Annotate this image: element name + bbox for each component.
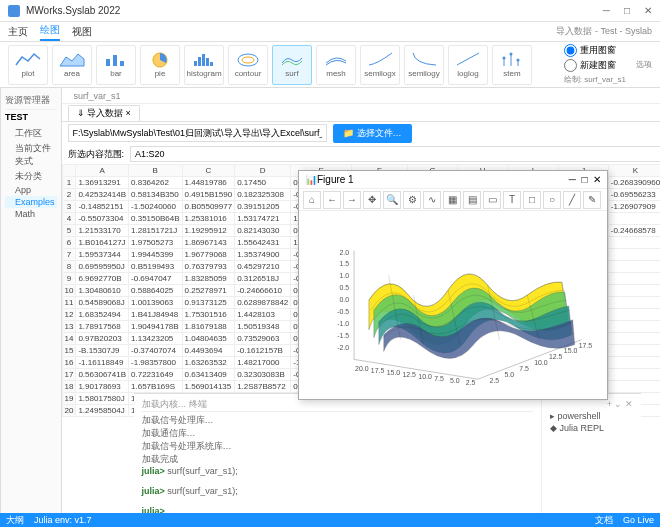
- status-outline[interactable]: 大纲: [6, 514, 24, 527]
- tool-mesh[interactable]: mesh: [316, 45, 356, 85]
- svg-line-12: [457, 53, 479, 65]
- sidebar-item-uncategorized[interactable]: 未分类: [5, 169, 57, 184]
- svg-text:-1.5: -1.5: [337, 332, 349, 339]
- svg-text:0.5: 0.5: [339, 284, 349, 291]
- sidebar-item-mode[interactable]: 当前文件夹式: [5, 141, 57, 169]
- svg-text:12.5: 12.5: [549, 353, 563, 360]
- svg-rect-7: [202, 54, 205, 66]
- fig-close-icon[interactable]: ✕: [593, 174, 601, 185]
- tool-contour[interactable]: contour: [228, 45, 268, 85]
- svg-text:17.5: 17.5: [579, 342, 593, 349]
- legend-icon[interactable]: ▭: [483, 191, 501, 209]
- svg-point-14: [503, 57, 506, 60]
- menu-home[interactable]: 主页: [8, 25, 28, 39]
- browse-button[interactable]: 📁 选择文件…: [333, 124, 412, 143]
- back-icon[interactable]: ←: [323, 191, 341, 209]
- file-path-input[interactable]: [68, 124, 327, 142]
- range-label: 所选内容范围:: [68, 148, 125, 161]
- tab-import-data[interactable]: ⇓ 导入数据 ×: [68, 105, 140, 121]
- svg-text:0.0: 0.0: [339, 296, 349, 303]
- status-docs[interactable]: 文档: [595, 514, 613, 527]
- palette-icon[interactable]: ▤: [463, 191, 481, 209]
- svg-text:2.5: 2.5: [490, 377, 500, 384]
- sidebar-item-app[interactable]: App: [5, 184, 57, 196]
- svg-rect-8: [206, 58, 209, 66]
- radio-reuse-figure[interactable]: 重用图窗: [564, 44, 626, 57]
- home-icon[interactable]: ⌂: [303, 191, 321, 209]
- tool-plot[interactable]: plot: [8, 45, 48, 85]
- app-icon: [8, 5, 20, 17]
- menu-view[interactable]: 视图: [72, 25, 92, 39]
- svg-rect-2: [113, 55, 117, 66]
- sidebar-item-examples[interactable]: Examples: [5, 196, 57, 208]
- svg-text:-0.5: -0.5: [337, 308, 349, 315]
- svg-rect-5: [194, 61, 197, 66]
- config-icon[interactable]: ⚙: [403, 191, 421, 209]
- svg-text:5.0: 5.0: [504, 371, 514, 378]
- svg-point-10: [238, 54, 258, 66]
- terminal-powershell[interactable]: ▸ powershell: [546, 410, 637, 422]
- grid-icon[interactable]: ▦: [443, 191, 461, 209]
- sidebar-item-workspace[interactable]: 工作区: [5, 126, 57, 141]
- pan-icon[interactable]: ✥: [363, 191, 381, 209]
- edit-icon[interactable]: ✎: [583, 191, 601, 209]
- tool-semilogx[interactable]: semilogx: [360, 45, 400, 85]
- svg-text:5.0: 5.0: [450, 377, 460, 384]
- radio-new-figure[interactable]: 新建图窗: [564, 59, 626, 72]
- figure-title: Figure 1: [317, 174, 569, 185]
- zoom-icon[interactable]: 🔍: [383, 191, 401, 209]
- svg-rect-1: [106, 59, 110, 66]
- range-input[interactable]: [130, 146, 660, 162]
- figure-window[interactable]: 📊 Figure 1 ─ □ ✕ ⌂ ← → ✥ 🔍 ⚙ ∿ ▦ ▤ ▭ T □…: [298, 170, 608, 400]
- fig-minimize-icon[interactable]: ─: [569, 174, 576, 185]
- plot-toolbar: plot area bar pie histogram contour surf…: [0, 42, 660, 88]
- file-tab[interactable]: surf_var_s1: [68, 91, 127, 101]
- tool-histogram[interactable]: histogram: [184, 45, 224, 85]
- line-icon[interactable]: ╱: [563, 191, 581, 209]
- svg-text:12.5: 12.5: [403, 371, 417, 378]
- maximize-icon[interactable]: □: [624, 5, 630, 16]
- close-icon[interactable]: ✕: [644, 5, 652, 16]
- svg-rect-6: [198, 57, 201, 66]
- options-group: 选项: [636, 59, 652, 70]
- minimize-icon[interactable]: ─: [603, 5, 610, 16]
- tool-bar[interactable]: bar: [96, 45, 136, 85]
- sidebar-item-math[interactable]: Math: [5, 208, 57, 220]
- circle-icon[interactable]: ○: [543, 191, 561, 209]
- rect-icon[interactable]: □: [523, 191, 541, 209]
- terminal-julia-repl[interactable]: ◆ Julia REPL: [546, 422, 637, 434]
- tool-surf[interactable]: surf: [272, 45, 312, 85]
- svg-text:7.5: 7.5: [519, 365, 529, 372]
- tree-root[interactable]: TEST: [5, 110, 57, 124]
- tool-pie[interactable]: pie: [140, 45, 180, 85]
- svg-text:17.5: 17.5: [371, 367, 385, 374]
- svg-text:15.0: 15.0: [387, 369, 401, 376]
- svg-text:10.0: 10.0: [534, 359, 548, 366]
- tool-stem[interactable]: stem: [492, 45, 532, 85]
- tool-loglog[interactable]: loglog: [448, 45, 488, 85]
- repl-console[interactable]: 加载内核… 终端 加载信号处理库… 加载通信库… 加载信号处理系统库… 加载完成…: [134, 394, 541, 513]
- sine-icon[interactable]: ∿: [423, 191, 441, 209]
- terminal-list: + ⌄ ✕ ▸ powershell ◆ Julia REPL: [541, 394, 641, 513]
- svg-marker-0: [60, 54, 84, 66]
- svg-text:10.0: 10.0: [418, 373, 432, 380]
- text-icon[interactable]: T: [503, 191, 521, 209]
- explorer-header: 资源管理器: [5, 92, 57, 110]
- status-go-live[interactable]: Go Live: [623, 515, 654, 525]
- svg-text:15.0: 15.0: [564, 347, 578, 354]
- tool-semilogy[interactable]: semilogy: [404, 45, 444, 85]
- svg-text:2.5: 2.5: [466, 379, 476, 386]
- svg-text:1.5: 1.5: [339, 260, 349, 267]
- svg-text:-1.0: -1.0: [337, 320, 349, 327]
- forward-icon[interactable]: →: [343, 191, 361, 209]
- svg-point-11: [242, 57, 254, 63]
- svg-point-16: [510, 53, 513, 56]
- window-title: MWorks.Syslab 2022: [26, 5, 603, 16]
- fig-maximize-icon[interactable]: □: [581, 174, 587, 185]
- status-julia-env[interactable]: Julia env: v1.7: [34, 515, 92, 525]
- menu-plot[interactable]: 绘图: [40, 23, 60, 41]
- svg-text:-2.0: -2.0: [337, 344, 349, 351]
- svg-rect-9: [210, 62, 213, 66]
- surface-plot[interactable]: 2.01.51.0 0.50.0-0.5 -1.0-1.5-2.0 20.017…: [299, 211, 607, 399]
- tool-area[interactable]: area: [52, 45, 92, 85]
